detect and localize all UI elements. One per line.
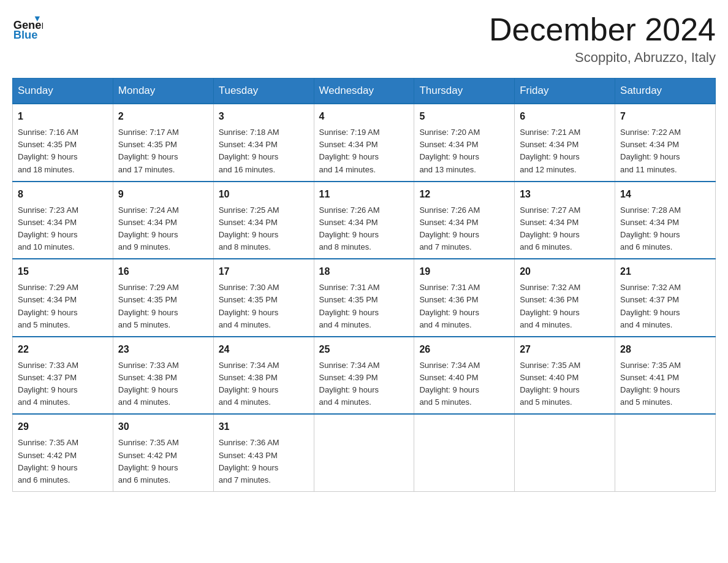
day-info: Sunrise: 7:17 AMSunset: 4:35 PMDaylight:…	[118, 126, 208, 176]
day-number: 29	[18, 419, 108, 434]
day-info: Sunrise: 7:36 AMSunset: 4:43 PMDaylight:…	[219, 437, 309, 486]
day-info: Sunrise: 7:26 AMSunset: 4:34 PMDaylight:…	[419, 204, 509, 254]
table-row: 15 Sunrise: 7:29 AMSunset: 4:34 PMDaylig…	[13, 259, 113, 337]
day-number: 3	[219, 109, 309, 124]
day-number: 31	[219, 419, 309, 434]
day-info: Sunrise: 7:32 AMSunset: 4:37 PMDaylight:…	[620, 282, 710, 331]
day-info: Sunrise: 7:20 AMSunset: 4:34 PMDaylight:…	[419, 126, 509, 176]
day-info: Sunrise: 7:31 AMSunset: 4:35 PMDaylight:…	[319, 282, 409, 331]
day-number: 9	[118, 187, 208, 202]
table-row	[615, 414, 716, 491]
table-row: 30 Sunrise: 7:35 AMSunset: 4:42 PMDaylig…	[113, 414, 213, 491]
day-number: 11	[319, 187, 409, 202]
day-info: Sunrise: 7:34 AMSunset: 4:38 PMDaylight:…	[219, 359, 309, 409]
table-row	[515, 414, 615, 491]
table-row: 6 Sunrise: 7:21 AMSunset: 4:34 PMDayligh…	[515, 104, 615, 182]
month-title: December 2024	[489, 12, 716, 47]
day-info: Sunrise: 7:27 AMSunset: 4:34 PMDaylight:…	[520, 204, 610, 254]
table-row: 21 Sunrise: 7:32 AMSunset: 4:37 PMDaylig…	[615, 259, 716, 337]
calendar-week-row: 1 Sunrise: 7:16 AMSunset: 4:35 PMDayligh…	[13, 104, 716, 182]
header-monday: Monday	[113, 79, 213, 104]
table-row: 1 Sunrise: 7:16 AMSunset: 4:35 PMDayligh…	[13, 104, 113, 182]
calendar-week-row: 29 Sunrise: 7:35 AMSunset: 4:42 PMDaylig…	[13, 414, 716, 491]
day-number: 21	[620, 264, 710, 279]
day-number: 8	[18, 187, 108, 202]
day-info: Sunrise: 7:34 AMSunset: 4:39 PMDaylight:…	[319, 359, 409, 409]
day-info: Sunrise: 7:31 AMSunset: 4:36 PMDaylight:…	[419, 282, 509, 331]
table-row: 22 Sunrise: 7:33 AMSunset: 4:37 PMDaylig…	[13, 337, 113, 415]
header-tuesday: Tuesday	[213, 79, 314, 104]
day-number: 25	[319, 342, 409, 357]
day-number: 14	[620, 187, 710, 202]
day-number: 28	[620, 342, 710, 357]
table-row: 24 Sunrise: 7:34 AMSunset: 4:38 PMDaylig…	[213, 337, 314, 415]
calendar-table: Sunday Monday Tuesday Wednesday Thursday…	[12, 78, 716, 492]
day-info: Sunrise: 7:28 AMSunset: 4:34 PMDaylight:…	[620, 204, 710, 254]
table-row	[414, 414, 515, 491]
weekday-header-row: Sunday Monday Tuesday Wednesday Thursday…	[13, 79, 716, 104]
day-info: Sunrise: 7:19 AMSunset: 4:34 PMDaylight:…	[319, 126, 409, 176]
calendar-week-row: 8 Sunrise: 7:23 AMSunset: 4:34 PMDayligh…	[13, 182, 716, 259]
day-info: Sunrise: 7:21 AMSunset: 4:34 PMDaylight:…	[520, 126, 610, 176]
day-number: 24	[219, 342, 309, 357]
day-info: Sunrise: 7:26 AMSunset: 4:34 PMDaylight:…	[319, 204, 409, 254]
day-number: 1	[18, 109, 108, 124]
table-row: 26 Sunrise: 7:34 AMSunset: 4:40 PMDaylig…	[414, 337, 515, 415]
header-sunday: Sunday	[13, 79, 113, 104]
day-number: 22	[18, 342, 108, 357]
day-info: Sunrise: 7:35 AMSunset: 4:41 PMDaylight:…	[620, 359, 710, 409]
day-number: 16	[118, 264, 208, 279]
day-number: 26	[419, 342, 509, 357]
day-info: Sunrise: 7:33 AMSunset: 4:37 PMDaylight:…	[18, 359, 108, 409]
table-row: 9 Sunrise: 7:24 AMSunset: 4:34 PMDayligh…	[113, 182, 213, 259]
table-row: 18 Sunrise: 7:31 AMSunset: 4:35 PMDaylig…	[314, 259, 414, 337]
header-friday: Friday	[515, 79, 615, 104]
table-row: 14 Sunrise: 7:28 AMSunset: 4:34 PMDaylig…	[615, 182, 716, 259]
table-row: 23 Sunrise: 7:33 AMSunset: 4:38 PMDaylig…	[113, 337, 213, 415]
day-info: Sunrise: 7:34 AMSunset: 4:40 PMDaylight:…	[419, 359, 509, 409]
header-wednesday: Wednesday	[314, 79, 414, 104]
day-info: Sunrise: 7:16 AMSunset: 4:35 PMDaylight:…	[18, 126, 108, 176]
table-row: 31 Sunrise: 7:36 AMSunset: 4:43 PMDaylig…	[213, 414, 314, 491]
day-number: 15	[18, 264, 108, 279]
location: Scoppito, Abruzzo, Italy	[489, 50, 716, 66]
day-info: Sunrise: 7:30 AMSunset: 4:35 PMDaylight:…	[219, 282, 309, 331]
day-number: 18	[319, 264, 409, 279]
table-row	[314, 414, 414, 491]
table-row: 13 Sunrise: 7:27 AMSunset: 4:34 PMDaylig…	[515, 182, 615, 259]
day-info: Sunrise: 7:35 AMSunset: 4:42 PMDaylight:…	[118, 437, 208, 486]
table-row: 16 Sunrise: 7:29 AMSunset: 4:35 PMDaylig…	[113, 259, 213, 337]
table-row: 20 Sunrise: 7:32 AMSunset: 4:36 PMDaylig…	[515, 259, 615, 337]
day-number: 5	[419, 109, 509, 124]
table-row: 11 Sunrise: 7:26 AMSunset: 4:34 PMDaylig…	[314, 182, 414, 259]
day-info: Sunrise: 7:35 AMSunset: 4:42 PMDaylight:…	[18, 437, 108, 486]
title-section: December 2024 Scoppito, Abruzzo, Italy	[489, 12, 716, 66]
day-info: Sunrise: 7:18 AMSunset: 4:34 PMDaylight:…	[219, 126, 309, 176]
day-number: 12	[419, 187, 509, 202]
day-info: Sunrise: 7:24 AMSunset: 4:34 PMDaylight:…	[118, 204, 208, 254]
day-number: 4	[319, 109, 409, 124]
day-info: Sunrise: 7:29 AMSunset: 4:35 PMDaylight:…	[118, 282, 208, 331]
day-info: Sunrise: 7:32 AMSunset: 4:36 PMDaylight:…	[520, 282, 610, 331]
table-row: 5 Sunrise: 7:20 AMSunset: 4:34 PMDayligh…	[414, 104, 515, 182]
header-saturday: Saturday	[615, 79, 716, 104]
table-row: 7 Sunrise: 7:22 AMSunset: 4:34 PMDayligh…	[615, 104, 716, 182]
logo: General Blue	[12, 12, 45, 43]
svg-text:Blue: Blue	[13, 28, 38, 41]
table-row: 17 Sunrise: 7:30 AMSunset: 4:35 PMDaylig…	[213, 259, 314, 337]
table-row: 12 Sunrise: 7:26 AMSunset: 4:34 PMDaylig…	[414, 182, 515, 259]
day-info: Sunrise: 7:25 AMSunset: 4:34 PMDaylight:…	[219, 204, 309, 254]
day-number: 27	[520, 342, 610, 357]
table-row: 4 Sunrise: 7:19 AMSunset: 4:34 PMDayligh…	[314, 104, 414, 182]
day-number: 23	[118, 342, 208, 357]
table-row: 2 Sunrise: 7:17 AMSunset: 4:35 PMDayligh…	[113, 104, 213, 182]
day-number: 6	[520, 109, 610, 124]
day-number: 13	[520, 187, 610, 202]
calendar-body: 1 Sunrise: 7:16 AMSunset: 4:35 PMDayligh…	[13, 104, 716, 491]
day-info: Sunrise: 7:33 AMSunset: 4:38 PMDaylight:…	[118, 359, 208, 409]
table-row: 28 Sunrise: 7:35 AMSunset: 4:41 PMDaylig…	[615, 337, 716, 415]
day-number: 7	[620, 109, 710, 124]
day-info: Sunrise: 7:29 AMSunset: 4:34 PMDaylight:…	[18, 282, 108, 331]
table-row: 27 Sunrise: 7:35 AMSunset: 4:40 PMDaylig…	[515, 337, 615, 415]
calendar-week-row: 15 Sunrise: 7:29 AMSunset: 4:34 PMDaylig…	[13, 259, 716, 337]
